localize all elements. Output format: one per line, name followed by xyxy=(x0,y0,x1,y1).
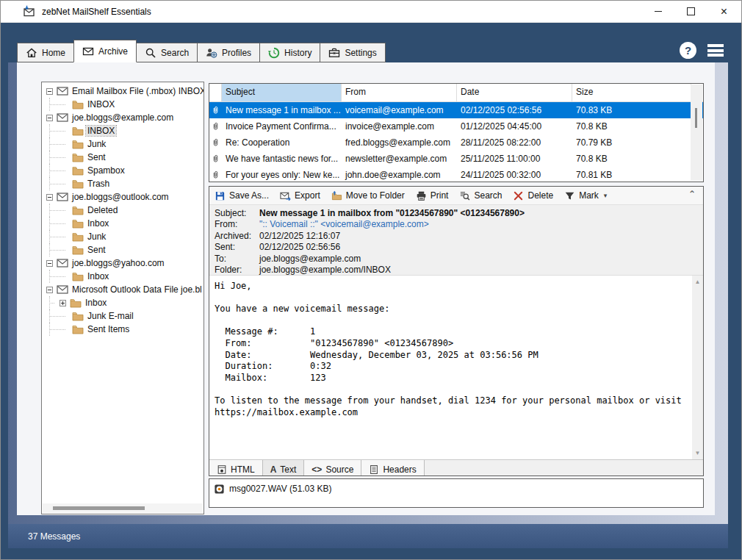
tree-item-label: Inbox xyxy=(87,218,109,229)
tree-item-email-mailbox-file-mbox-inbox[interactable]: Email Mailbox File (.mbox) INBOX xyxy=(42,85,203,98)
tree-guide xyxy=(49,164,68,177)
tree-item-joe-bloggs-example-com[interactable]: joe.bloggs@example.com xyxy=(42,111,203,124)
cell-date: 28/11/2025 08:22:00 xyxy=(457,137,572,148)
cell-subject: Invoice Payment Confirma... xyxy=(222,121,342,132)
tree-guide xyxy=(49,243,68,256)
view-tab-label: Text xyxy=(280,464,296,475)
tree-item-trash[interactable]: Trash xyxy=(42,177,203,190)
home-icon xyxy=(26,47,37,59)
attachment-name: msg0027.WAV (51.03 KB) xyxy=(229,484,331,494)
tab-home[interactable]: Home xyxy=(17,43,74,62)
app-window: zebNet MailShelf Essentials × HomeArchiv… xyxy=(0,0,742,560)
tree-guide xyxy=(49,204,68,217)
tab-archive[interactable]: Archive xyxy=(73,40,137,62)
maximize-button[interactable] xyxy=(674,1,707,22)
attachments-panel: msg0027.WAV (51.03 KB) xyxy=(209,478,704,508)
tree-item-sent[interactable]: Sent xyxy=(42,151,203,164)
tree-item-inbox[interactable]: Inbox xyxy=(42,270,203,283)
delete-button[interactable]: Delete xyxy=(513,190,553,201)
tree-item-inbox[interactable]: Inbox xyxy=(42,296,203,309)
list-scroll-thumb[interactable] xyxy=(695,108,697,128)
column-attachment[interactable] xyxy=(209,84,222,101)
message-row[interactable]: New message 1 in mailbox ...voicemail@ex… xyxy=(209,102,703,118)
tab-history[interactable]: History xyxy=(260,43,320,62)
attachment-item[interactable]: msg0027.WAV (51.03 KB) xyxy=(214,482,331,495)
view-tab-label: Source xyxy=(325,464,353,475)
message-row[interactable]: For your eyes only: New ke...john.doe@ex… xyxy=(209,167,703,182)
tree-item-label: Sent xyxy=(87,152,106,162)
view-tab-text[interactable]: AText xyxy=(263,460,305,476)
help-button[interactable]: ? xyxy=(680,42,696,59)
tree-item-sent[interactable]: Sent xyxy=(42,243,203,256)
close-button[interactable]: × xyxy=(707,1,741,22)
tree-item-microsoft-outlook-data-file-joe-bl[interactable]: Microsoft Outlook Data File joe.bl xyxy=(42,283,203,296)
tree-scroll-thumb[interactable] xyxy=(53,506,145,510)
print-button[interactable]: Print xyxy=(416,190,449,201)
tab-settings[interactable]: Settings xyxy=(320,43,385,62)
tab-search[interactable]: Search xyxy=(137,43,198,62)
window-title: zebNet MailShelf Essentials xyxy=(42,7,151,17)
tree-item-inbox[interactable]: Inbox xyxy=(42,217,203,230)
tree-horizontal-scrollbar[interactable] xyxy=(43,503,203,513)
from-label: From: xyxy=(215,219,259,230)
tree-item-inbox[interactable]: INBOX xyxy=(42,124,203,137)
view-tab-headers[interactable]: Headers xyxy=(361,460,424,476)
menu-button[interactable] xyxy=(707,44,724,57)
preview-toolbar: Save As...ExportMove to FolderPrintSearc… xyxy=(209,187,703,205)
mark-button[interactable]: Mark▾ xyxy=(564,190,607,201)
tree-item-joe-bloggs-yahoo-com[interactable]: joe.bloggs@yahoo.com xyxy=(42,256,203,270)
cell-date: 25/11/2025 11:00:00 xyxy=(457,154,572,164)
expander-minus xyxy=(46,88,53,95)
scroll-down-icon[interactable]: ▼ xyxy=(695,447,701,459)
tree-item-joe-bloggs-outlook-com[interactable]: joe.bloggs@outlook.com xyxy=(42,190,203,204)
column-header-date[interactable]: Date xyxy=(457,84,572,101)
tree-item-label: joe.bloggs@outlook.com xyxy=(72,192,169,202)
tree-item-junk-e-mail[interactable]: Junk E-mail xyxy=(42,309,203,323)
export-button[interactable]: Export xyxy=(280,190,320,201)
collapse-preview-button[interactable]: ⌃ xyxy=(688,189,696,199)
message-row[interactable]: We have fantastic news for...newsletter@… xyxy=(209,151,703,167)
search-icon xyxy=(145,47,156,59)
message-row[interactable]: Re: Cooperationfred.bloggs@example.com28… xyxy=(209,134,703,151)
view-tab-source[interactable]: <>Source xyxy=(304,460,361,476)
tree-item-label: Microsoft Outlook Data File joe.bl xyxy=(72,284,202,295)
folder-icon xyxy=(72,99,84,110)
archived-value: 02/12/2025 12:16:07 xyxy=(259,231,340,242)
tree-item-label: Inbox xyxy=(85,298,107,308)
tree-item-label: INBOX xyxy=(86,126,116,136)
folder-label: Folder: xyxy=(215,265,259,276)
message-row[interactable]: Invoice Payment Confirma...invoice@examp… xyxy=(209,118,703,134)
view-tab-html[interactable]: HTML xyxy=(209,460,263,476)
move-to-folder-button[interactable]: Move to Folder xyxy=(331,190,405,201)
chevron-up-icon: ⌃ xyxy=(688,189,696,199)
tree-item-inbox[interactable]: INBOX xyxy=(42,98,203,111)
column-header-subject[interactable]: Subject xyxy=(222,84,342,101)
tree-item-junk[interactable]: Junk xyxy=(42,230,203,243)
cell-subject: We have fantastic news for... xyxy=(222,154,342,164)
cell-subject: Re: Cooperation xyxy=(222,137,342,148)
column-header-from[interactable]: From xyxy=(342,84,457,101)
cell-size: 70.83 KB xyxy=(572,105,691,115)
tree-item-spambox[interactable]: Spambox xyxy=(42,164,203,177)
minimize-button[interactable] xyxy=(641,1,674,22)
tree-item-deleted[interactable]: Deleted xyxy=(42,204,203,217)
body-vertical-scrollbar[interactable]: ▲ ▼ xyxy=(692,276,703,459)
column-header-size[interactable]: Size xyxy=(572,84,691,101)
folder-icon xyxy=(72,179,84,189)
tree-guide xyxy=(49,309,68,323)
tree-item-junk[interactable]: Junk xyxy=(42,137,203,151)
to-value: joe.bloggs@example.com xyxy=(259,254,361,265)
history-icon xyxy=(268,47,280,59)
mark-icon xyxy=(564,190,575,201)
toolbar-label: Move to Folder xyxy=(346,190,405,201)
search-button[interactable]: Search xyxy=(459,190,502,201)
scroll-up-icon[interactable]: ▲ xyxy=(695,276,701,288)
folder-icon xyxy=(72,324,84,334)
from-value[interactable]: ":: Voicemail ::" <voicemail@example.com… xyxy=(259,219,429,230)
save-as-button[interactable]: Save As... xyxy=(215,190,269,201)
attachment-paperclip-icon xyxy=(209,170,222,180)
attachment-paperclip-icon xyxy=(209,122,222,132)
list-vertical-scrollbar[interactable] xyxy=(691,85,702,181)
tree-item-sent-items[interactable]: Sent Items xyxy=(42,323,203,336)
tab-profiles[interactable]: Profiles xyxy=(198,43,260,62)
